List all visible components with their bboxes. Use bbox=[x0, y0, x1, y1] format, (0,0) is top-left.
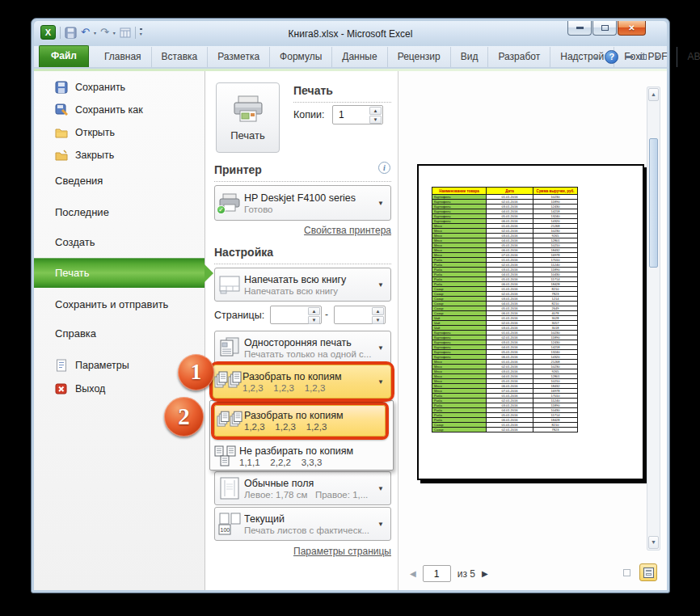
preview-scrollbar[interactable]: ▲ ▼ bbox=[647, 86, 660, 551]
sidebar-item-label: Сохранить bbox=[75, 82, 125, 93]
sidebar-item-3[interactable]: Закрыть bbox=[55, 146, 114, 164]
restore-button[interactable] bbox=[592, 21, 617, 36]
preview-tools bbox=[618, 563, 657, 581]
sidebar-item-label: Печать bbox=[55, 267, 90, 279]
sidebar-item-5[interactable]: Последние bbox=[55, 203, 109, 221]
margins-dropdown[interactable]: Обычные поля Левое: 1,78 см Правое: 1,..… bbox=[214, 471, 391, 505]
preview-column-header: Сумма выручки, руб. bbox=[533, 188, 578, 195]
minimize-ribbon-icon[interactable]: ▴ bbox=[594, 53, 598, 61]
workbook-close-icon[interactable]: ✕ bbox=[654, 53, 660, 61]
preview-table-body: Картофель01.01.201610230Картофель02.01.2… bbox=[432, 195, 578, 432]
show-margins-button[interactable] bbox=[618, 563, 635, 581]
printer-section-heading: Принтер i bbox=[214, 163, 391, 182]
printer-icon bbox=[231, 95, 265, 124]
printer-select-button[interactable]: ✓ HP Deskjet F4100 series Готово ▼ bbox=[214, 185, 391, 221]
ribbon-tab-8[interactable]: Разработ bbox=[488, 47, 550, 67]
open-folder-icon bbox=[55, 126, 68, 139]
chevron-down-icon: ▼ bbox=[377, 485, 390, 492]
zoom-to-page-button[interactable] bbox=[639, 563, 657, 581]
tab-file[interactable]: Файл bbox=[39, 45, 89, 67]
scroll-up-icon[interactable]: ▲ bbox=[648, 88, 659, 101]
ribbon-tab-row: ФайлГлавнаяВставкаРазметкаФормулыДанныеР… bbox=[34, 46, 667, 68]
ribbon-tab-7[interactable]: Вид bbox=[451, 47, 489, 67]
print-what-label: Напечатать всю книгу bbox=[244, 274, 377, 285]
pages-to-down-icon[interactable]: ▼ bbox=[372, 316, 384, 324]
print-section-heading: Печать bbox=[293, 84, 391, 103]
scaling-dropdown[interactable]: 100 Текущий Печать листов с фактическ...… bbox=[214, 507, 391, 541]
copies-stepper[interactable]: ▲ ▼ bbox=[332, 105, 383, 124]
zoom-to-page-icon bbox=[643, 567, 654, 578]
pages-to-up-icon[interactable]: ▲ bbox=[372, 307, 384, 315]
copies-up-icon[interactable]: ▲ bbox=[369, 107, 382, 115]
sidebar-item-2[interactable]: Открыть bbox=[55, 124, 115, 141]
exit-icon bbox=[55, 382, 68, 395]
preview-table-head: Наименование товараДатаСумма выручки, ру… bbox=[432, 188, 578, 195]
pages-from-stepper[interactable]: ▲ ▼ bbox=[270, 306, 322, 324]
previous-page-icon[interactable]: ◀ bbox=[410, 569, 416, 578]
ribbon-tab-5[interactable]: Данные bbox=[332, 47, 387, 67]
ribbon-tab-1[interactable]: Главная bbox=[95, 47, 152, 67]
title-bar: X ↶▾ ↷▾ ▾ Книга8.xlsx - Microsoft Excel bbox=[34, 21, 667, 46]
save-as-icon bbox=[55, 103, 68, 116]
window-controls: ✕ bbox=[567, 21, 646, 36]
collate-option-uncollated[interactable]: Не разбирать по копиям 1,1,1 2,2,2 3,3,3 bbox=[212, 442, 391, 470]
pages-range-separator: - bbox=[325, 309, 328, 320]
pages-from-up-icon[interactable]: ▲ bbox=[308, 307, 320, 315]
sidebar-item-label: Закрыть bbox=[75, 150, 114, 161]
pages-label: Страницы: bbox=[214, 310, 264, 321]
collate-option-sublabel: 1,2,3 1,2,3 1,2,3 bbox=[244, 422, 385, 432]
help-icon[interactable]: ? bbox=[605, 50, 618, 64]
collate-dropdown-button[interactable]: Разобрать по копиям 1,2,3 1,2,3 1,2,3 ▼ bbox=[213, 365, 391, 399]
one-sided-page-icon bbox=[215, 337, 244, 358]
backstage-sidebar: СохранитьСохранить какОткрытьЗакрытьСвед… bbox=[34, 71, 205, 590]
collate-option-collated[interactable]: Разобрать по копиям 1,2,3 1,2,3 1,2,3 bbox=[214, 405, 386, 437]
ribbon-tab-2[interactable]: Вставка bbox=[152, 47, 209, 67]
ribbon-tab-6[interactable]: Рецензир bbox=[388, 47, 451, 67]
next-page-icon[interactable]: ▶ bbox=[482, 569, 488, 578]
print-preview-panel: Наименование товараДатаСумма выручки, ру… bbox=[398, 71, 667, 590]
ribbon-right-controls: ▴ ? ✕ bbox=[594, 50, 660, 64]
current-page-input[interactable] bbox=[423, 565, 451, 582]
close-button[interactable]: ✕ bbox=[618, 21, 646, 36]
uncollate-option-label: Не разбирать по копиям bbox=[239, 445, 391, 457]
sidebar-item-1[interactable]: Сохранить как bbox=[55, 101, 143, 119]
sidebar-item-label: Сохранить и отправить bbox=[55, 298, 168, 310]
pages-to-stepper[interactable]: ▲ ▼ bbox=[334, 306, 386, 324]
printer-properties-link[interactable]: Свойства принтера bbox=[304, 225, 391, 236]
printer-info-icon[interactable]: i bbox=[378, 162, 390, 174]
copies-label: Копии: bbox=[293, 109, 324, 120]
sidebar-item-4[interactable]: Сведения bbox=[55, 171, 103, 189]
selected-item-arrow-icon bbox=[205, 264, 213, 282]
printer-name: HP Deskjet F4100 series bbox=[244, 192, 377, 204]
scaling-label: Текущий bbox=[244, 513, 377, 525]
print-what-dropdown[interactable]: Напечатать всю книгу Напечатать всю книг… bbox=[214, 268, 391, 302]
ribbon-tab-3[interactable]: Разметка bbox=[208, 47, 270, 67]
sidebar-item-9[interactable]: Справка bbox=[55, 324, 96, 342]
scrollbar-thumb[interactable] bbox=[649, 138, 658, 268]
uncollate-option-sublabel: 1,1,1 2,2,2 3,3,3 bbox=[239, 458, 391, 467]
collated-pages-icon bbox=[213, 371, 242, 392]
chevron-down-icon: ▼ bbox=[377, 378, 390, 386]
sidebar-item-11[interactable]: Выход bbox=[55, 380, 105, 398]
minimize-button[interactable] bbox=[567, 21, 592, 36]
print-button[interactable]: Печать bbox=[216, 82, 280, 153]
ribbon-tab-4[interactable]: Формулы bbox=[270, 47, 332, 67]
sidebar-item-10[interactable]: Параметры bbox=[55, 357, 129, 374]
printer-status: Готово bbox=[244, 205, 377, 214]
page-setup-link[interactable]: Параметры страницы bbox=[293, 546, 391, 557]
collated-pages-icon bbox=[215, 411, 244, 431]
sidebar-item-print-selected[interactable]: Печать bbox=[34, 258, 205, 288]
workbook-restore-icon[interactable] bbox=[640, 54, 647, 60]
sidebar-item-8[interactable]: Сохранить и отправить bbox=[55, 295, 168, 313]
margins-icon bbox=[215, 477, 244, 500]
printer-ready-check-icon: ✓ bbox=[217, 205, 226, 214]
sidebar-item-6[interactable]: Создать bbox=[55, 233, 95, 251]
copies-down-icon[interactable]: ▼ bbox=[369, 116, 382, 124]
settings-section-heading: Настройка bbox=[214, 246, 391, 264]
scroll-down-icon[interactable]: ▼ bbox=[648, 536, 659, 549]
ribbon-tab-11[interactable]: ABBYY PD bbox=[677, 47, 700, 67]
pages-from-down-icon[interactable]: ▼ bbox=[308, 316, 320, 324]
workbook-minimize-icon[interactable] bbox=[626, 56, 633, 58]
duplex-dropdown[interactable]: Односторонняя печать Печатать только на … bbox=[214, 331, 391, 365]
sidebar-item-0[interactable]: Сохранить bbox=[55, 78, 125, 96]
